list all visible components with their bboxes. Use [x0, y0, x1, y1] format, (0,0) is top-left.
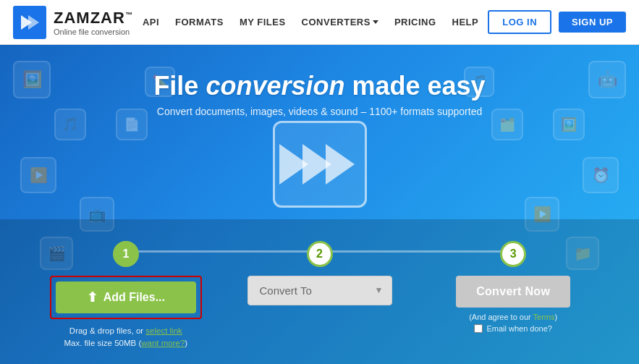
nav-my-files[interactable]: MY FILES: [240, 17, 286, 27]
step-1-content: ⬆ Add Files... Drag & drop files, or sel…: [29, 276, 223, 350]
step-2-group: 2 Convert To MP4 MP3 PDF JPG PNG DOC ▼: [223, 241, 417, 305]
step-3-hint: (And agree to our Terms): [469, 313, 557, 321]
logo-text-area: ZAMZAR™ Online file conversion: [54, 9, 133, 36]
nav-pricing[interactable]: PRICING: [394, 17, 436, 27]
convert-to-select-wrap: Convert To MP4 MP3 PDF JPG PNG DOC ▼: [247, 276, 392, 305]
hero-title: File conversion made easy: [153, 71, 485, 101]
select-link[interactable]: select link: [145, 326, 182, 335]
play-arrows: [285, 144, 355, 185]
step-3-group: 3 Convert Now (And agree to our Terms) E…: [416, 241, 610, 333]
center-play-icon: [273, 121, 367, 208]
convert-to-select[interactable]: Convert To MP4 MP3 PDF JPG PNG DOC: [247, 276, 392, 305]
step-1-group: 1 ⬆ Add Files... Drag & drop files, or s…: [29, 241, 223, 350]
convert-now-button[interactable]: Convert Now: [456, 276, 570, 308]
svg-marker-1: [28, 15, 39, 30]
steps-area: 1 ⬆ Add Files... Drag & drop files, or s…: [0, 219, 639, 365]
bg-icon-2: 🎵: [54, 109, 86, 140]
step-1-hint: Drag & drop files, or select link Max. f…: [64, 325, 188, 350]
logo-icon: [13, 6, 46, 39]
terms-link[interactable]: Terms: [533, 313, 555, 321]
signup-button[interactable]: SIGN UP: [559, 12, 626, 33]
step-3-badge: 3: [500, 241, 526, 267]
hero-subtitle: Convert documents, images, videos & soun…: [157, 106, 482, 117]
bg-icon-1: 🖼️: [13, 61, 51, 98]
nav-formats[interactable]: FORMATS: [175, 17, 224, 27]
login-button[interactable]: LOG IN: [488, 10, 551, 34]
bg-icon-3: ▶️: [20, 157, 56, 193]
steps-row: 1 ⬆ Add Files... Drag & drop files, or s…: [29, 241, 610, 350]
converters-chevron-icon: [373, 20, 378, 24]
arrow-3: [326, 144, 355, 185]
hero-section: 🖼️ 🎵 ▶️ 📄 📺 ✏️ 🎬 🤖 🖼️ ⏰ 🗂️ ▶️ 🎵 📁 File c…: [0, 45, 639, 364]
nav-converters[interactable]: CONVERTERS: [302, 17, 378, 27]
step-3-content: Convert Now (And agree to our Terms) Ema…: [416, 276, 610, 333]
bg-icon-9: 🖼️: [553, 109, 585, 140]
upload-icon: ⬆: [87, 289, 98, 305]
add-files-button[interactable]: ⬆ Add Files...: [56, 282, 196, 313]
step-1-badge: 1: [113, 241, 139, 267]
header-buttons: LOG IN SIGN UP: [488, 10, 626, 34]
bg-icon-10: ⏰: [583, 157, 619, 193]
bg-icon-8: 🤖: [588, 61, 626, 98]
add-files-box: ⬆ Add Files...: [50, 276, 202, 319]
bg-icon-11: 🗂️: [491, 109, 523, 140]
logo-name: ZAMZAR™: [54, 9, 133, 27]
step-2-content: Convert To MP4 MP3 PDF JPG PNG DOC ▼: [223, 276, 417, 305]
step-2-badge: 2: [307, 241, 333, 267]
nav-api[interactable]: API: [143, 17, 159, 27]
logo-area: ZAMZAR™ Online file conversion: [13, 6, 133, 39]
nav: API FORMATS MY FILES CONVERTERS PRICING …: [143, 17, 478, 27]
nav-help[interactable]: HELP: [452, 17, 479, 27]
bg-icon-4: 📄: [116, 109, 148, 140]
want-more-link[interactable]: want more?: [141, 339, 185, 347]
email-when-done-checkbox[interactable]: [474, 324, 483, 333]
logo-tagline: Online file conversion: [54, 27, 133, 36]
step-3-email-row: Email when done?: [474, 324, 552, 333]
header: ZAMZAR™ Online file conversion API FORMA…: [0, 0, 639, 45]
